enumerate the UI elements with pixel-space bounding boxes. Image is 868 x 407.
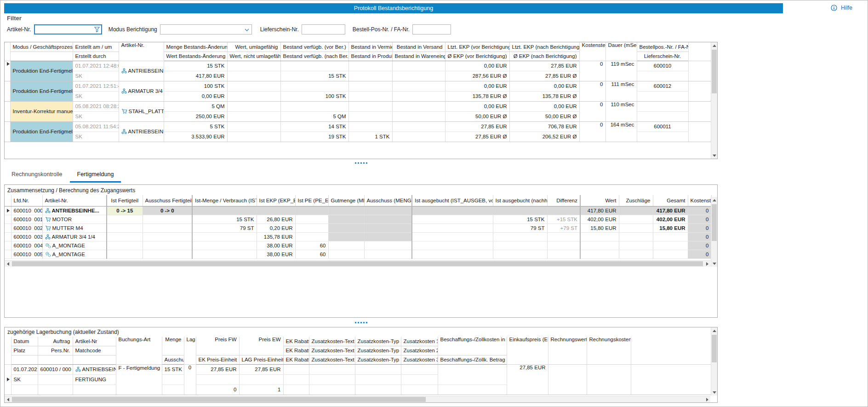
row-marker-cell[interactable] [5,224,11,232]
cell-platz[interactable]: SK [11,374,38,384]
cell[interactable] [355,364,401,374]
cell[interactable] [73,384,116,395]
row-marker-cell[interactable] [5,61,10,81]
scroll-up-button[interactable] [711,42,717,49]
cell-menge[interactable]: 15 STK [162,364,184,374]
cell[interactable] [227,71,280,81]
cell-kostenstelle[interactable]: 0 [579,121,605,142]
scrollbar-thumb[interactable] [12,397,426,402]
cell-bestand-vor[interactable] [280,81,348,91]
table-row[interactable]: 600010 001 MOTOR 15 STK 26,80 EUR 15 STK… [5,215,711,224]
cell-modus[interactable]: Produktion End-Fertigmeldung (7) [10,61,73,81]
cell-dauer[interactable]: 164 mSec [605,121,637,142]
cell[interactable] [143,232,192,241]
cell-ekp-vor-avg[interactable]: 287,56 EUR Ø [445,71,509,81]
cell[interactable] [107,250,143,258]
cell-matchcode[interactable]: FERTIGUNG [73,374,116,384]
cell-ekp-vor[interactable]: 0,00 EUR [445,81,509,91]
cell-artikel[interactable]: ANTRIEBSEINHEITEN [119,61,164,81]
cell[interactable] [392,111,445,121]
cell-menge[interactable]: 5 QM [164,101,227,111]
row-marker-cell[interactable] [5,215,11,224]
cell[interactable] [328,215,364,224]
cell-bestellpos[interactable] [637,101,688,111]
cell[interactable] [412,215,493,224]
cell-beschaffung[interactable] [438,364,507,384]
cell[interactable] [328,206,364,215]
cell-wert[interactable]: 250,00 EUR [164,111,227,121]
cell-bestand-produktion[interactable] [348,91,392,101]
cell-differenz[interactable]: +79 ST [547,224,580,232]
cell-bestand-nach[interactable]: 5 QM [280,111,348,121]
cell[interactable] [227,121,280,132]
cell-ist-menge[interactable]: 15 STK [192,215,257,224]
vertical-scrollbar[interactable] [711,327,717,396]
cell-bestand-produktion[interactable] [348,71,392,81]
cell[interactable] [619,224,653,232]
cell[interactable] [688,121,711,142]
vertical-scrollbar[interactable] [711,197,717,267]
cell[interactable] [619,241,653,250]
cell-lieferschein[interactable] [637,71,688,81]
table-row[interactable]: 01.07.2021 600010 / 000 ANTRIEBSEIN... F… [5,364,711,374]
cell[interactable] [412,232,493,241]
row-marker-cell[interactable] [5,232,11,241]
cell-ekp-nach[interactable]: 27,85 EUR [509,61,579,71]
cell[interactable] [107,232,143,241]
cell-lfd[interactable]: 600010 004 [11,241,42,250]
cell-auftrag[interactable]: 600010 / 000 [38,364,73,374]
cell-wert[interactable] [580,241,619,250]
cell-wert[interactable]: 417,80 EUR [164,71,227,81]
cell[interactable] [392,81,445,91]
tab-fertigmeldung[interactable]: Fertigmeldung [70,169,121,183]
cell-ist-pe[interactable] [295,215,328,224]
scroll-down-button[interactable] [711,389,717,396]
cell[interactable] [412,224,493,232]
cell-artikel[interactable]: ANTRIEBSEIN... [73,364,116,374]
cell-differenz[interactable]: +15 STK [547,215,580,224]
cell-ekp-nach[interactable]: 706,78 EUR [509,121,579,132]
cell-modus[interactable]: Inventur-Korrektur manuell (4) [10,101,73,121]
cell-gesamt[interactable]: 402,00 EUR [653,215,688,224]
cell-ist-ekp[interactable]: 0,20 EUR [257,224,295,232]
cell[interactable] [107,241,143,250]
cell[interactable] [328,241,364,250]
cell[interactable] [196,374,239,384]
cell[interactable] [401,384,438,395]
scroll-up-button[interactable] [711,327,717,334]
cell-ausgebucht-nach[interactable]: 15 STK [493,215,547,224]
cell[interactable] [328,232,364,241]
scroll-left-button[interactable] [5,396,11,402]
modus-berichtigung-select[interactable] [160,24,252,34]
cell[interactable] [348,121,392,132]
cell-buchungs-art[interactable]: F - Fertigmeldung Produktion [116,364,162,395]
cell-wert[interactable]: 402,00 EUR [580,215,619,224]
cell[interactable] [283,374,309,384]
cell-bestellpos[interactable]: 600012 [637,81,688,91]
row-marker-cell[interactable] [5,241,11,250]
cell-bestand-vor[interactable]: 14 STK [280,121,348,132]
cell-artikel[interactable]: ARMATUR 3/4 1/4 [119,81,164,101]
cell[interactable] [364,241,412,250]
cell[interactable] [401,364,438,374]
cell-bestellpos[interactable]: 600010 [637,61,688,71]
scroll-up-button[interactable] [711,197,717,203]
cell-bestand-nach[interactable]: 15 STK [280,71,348,81]
cell[interactable] [107,224,143,232]
cell[interactable] [162,374,184,384]
cell[interactable] [192,206,257,215]
cell-kostenstelle[interactable]: 0 [579,61,605,81]
cell-dauer[interactable]: 111 mSec [605,81,637,101]
lieferschein-nr-input[interactable] [302,24,345,34]
cell[interactable] [283,384,309,395]
cell-erstellt-durch[interactable]: SK [73,71,119,81]
cell-ekp-nach-avg[interactable]: 50,00 EUR Ø [509,111,579,121]
scroll-down-button[interactable] [711,152,717,159]
cell-ek-preis-einheit[interactable]: 0 [196,384,239,395]
cell-wert[interactable] [580,250,619,258]
cell-ekp-vor[interactable]: 0,00 EUR [445,101,509,111]
cell-lieferschein[interactable] [637,111,688,121]
cell[interactable] [257,206,295,215]
cell-ekp-nach[interactable]: 0,00 EUR [509,81,579,91]
cell-lieferschein[interactable] [637,132,688,142]
